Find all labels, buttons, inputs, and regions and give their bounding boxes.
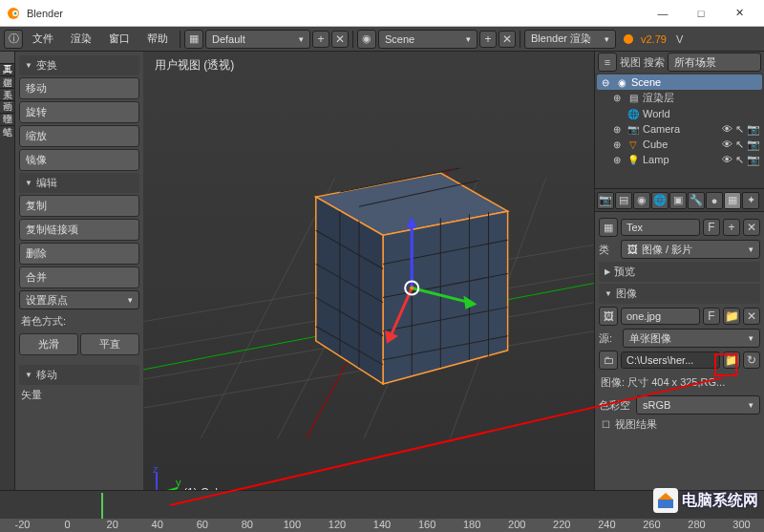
tool-tab-relations[interactable]: 关系: [0, 76, 14, 89]
plus-icon: ⊕: [610, 92, 624, 105]
3d-view[interactable]: 用户视图 (透视): [143, 52, 594, 507]
render-icon[interactable]: 📷: [747, 138, 760, 151]
reload-button[interactable]: ↻: [743, 351, 760, 369]
tree-lamp[interactable]: ⊕ 💡 Lamp 👁↖📷: [597, 152, 762, 167]
outliner-search[interactable]: 搜索: [644, 55, 665, 70]
copy-button[interactable]: 复制: [19, 195, 139, 217]
mirror-button[interactable]: 镜像: [19, 149, 139, 171]
cursor-icon[interactable]: ↖: [735, 123, 744, 136]
scene-dropdown[interactable]: Scene▾: [378, 30, 478, 49]
prop-tab-render[interactable]: 📷: [597, 192, 614, 209]
timeline[interactable]: -200204060801001201401601802002202402602…: [0, 490, 764, 532]
source-dropdown[interactable]: 单张图像▾: [623, 329, 760, 348]
outliner-view[interactable]: 视图: [620, 55, 641, 70]
scale-button[interactable]: 缩放: [19, 125, 139, 147]
scene-add-button[interactable]: +: [479, 31, 497, 48]
texture-remove-button[interactable]: ✕: [743, 219, 760, 236]
tree-camera[interactable]: ⊕ 📷 Camera 👁↖📷: [597, 121, 762, 137]
tool-tab-physics[interactable]: 物理: [0, 101, 14, 114]
tool-tab-create[interactable]: 创建: [0, 64, 14, 76]
colorspace-dropdown[interactable]: sRGB▾: [636, 395, 760, 415]
smooth-button[interactable]: 光滑: [19, 333, 78, 355]
tool-tab-grease[interactable]: 蜡笔: [0, 114, 14, 126]
vector-label: 矢量: [19, 385, 139, 405]
eye-icon[interactable]: 👁: [722, 123, 732, 136]
tree-cube[interactable]: ⊕ ▽ Cube 👁↖📷: [597, 137, 762, 152]
minimize-button[interactable]: —: [644, 0, 682, 27]
layout-remove-button[interactable]: ✕: [331, 31, 349, 48]
maximize-button[interactable]: □: [682, 0, 720, 27]
tree-scene[interactable]: ⊖ ◉ Scene: [597, 74, 762, 90]
cursor-icon[interactable]: ↖: [735, 154, 744, 166]
move-button[interactable]: 移动: [19, 77, 139, 99]
prop-tab-layers[interactable]: ▤: [615, 192, 632, 209]
scene-remove-button[interactable]: ✕: [499, 31, 516, 48]
unlink-image-button[interactable]: ✕: [743, 308, 760, 325]
section-move[interactable]: ▼移动: [19, 365, 139, 385]
outliner-filter-dropdown[interactable]: 所有场景: [668, 53, 761, 72]
section-edit[interactable]: ▼编辑: [19, 173, 139, 193]
fake-user-button[interactable]: F: [703, 219, 720, 236]
delete-button[interactable]: 删除: [19, 243, 139, 265]
tool-tab-animation[interactable]: 动画: [0, 89, 14, 101]
texture-add-button[interactable]: +: [723, 219, 740, 236]
set-origin-dropdown[interactable]: 设置原点▾: [19, 290, 139, 309]
filepath-field[interactable]: C:\Users\her...: [621, 351, 720, 369]
viewport-scene: [143, 52, 594, 507]
prop-tab-scene[interactable]: ◉: [633, 192, 650, 209]
prop-tab-world[interactable]: 🌐: [651, 192, 668, 209]
layout-dropdown[interactable]: Default▾: [205, 30, 310, 49]
close-button[interactable]: ✕: [720, 0, 758, 27]
image-name-field[interactable]: one.jpg: [621, 308, 700, 325]
cursor-icon[interactable]: ↖: [735, 138, 744, 151]
texture-name-field[interactable]: Tex: [621, 219, 700, 236]
annotation-highlight: [714, 353, 737, 376]
tree-renderlayers[interactable]: ⊕ ▤ 渲染层: [597, 90, 762, 106]
outliner-editor-icon[interactable]: ≡: [598, 53, 617, 72]
render-icon[interactable]: 📷: [747, 154, 760, 166]
shading-label: 着色方式:: [19, 311, 139, 331]
texture-slot-icon[interactable]: ▦: [599, 218, 618, 237]
prop-tab-particle[interactable]: ✦: [742, 192, 759, 209]
prop-tab-object[interactable]: ▣: [669, 192, 687, 209]
outliner: ≡ 视图 搜索 所有场景 ⊖ ◉ Scene ⊕ ▤ 渲染层 🌐: [595, 52, 764, 189]
merge-button[interactable]: 合并: [19, 266, 139, 288]
prop-tab-modifier[interactable]: 🔧: [688, 192, 705, 209]
layout-add-button[interactable]: +: [312, 31, 329, 48]
menu-render[interactable]: 渲染: [63, 29, 99, 49]
texture-type-dropdown[interactable]: 🖼 图像 / 影片▾: [621, 240, 760, 259]
menu-file[interactable]: 文件: [25, 29, 61, 49]
playhead[interactable]: [101, 493, 103, 519]
layout-icon[interactable]: ▦: [184, 30, 203, 49]
scene-icon: ◉: [615, 75, 628, 89]
lamp-icon: 💡: [626, 153, 640, 166]
menu-window[interactable]: 窗口: [101, 29, 138, 49]
scene-icon[interactable]: ◉: [357, 30, 376, 49]
prop-tab-material[interactable]: ●: [706, 192, 723, 209]
flat-button[interactable]: 平直: [80, 333, 139, 355]
section-image[interactable]: ▼图像: [599, 284, 760, 304]
section-transform[interactable]: ▼变换: [19, 55, 139, 75]
version-label: v2.79: [637, 33, 670, 45]
tree-world[interactable]: 🌐 World: [597, 106, 762, 121]
copy-link-button[interactable]: 复制链接项: [19, 219, 139, 241]
tool-tabs: 工具 创建 关系 动画 物理 蜡笔: [0, 52, 15, 532]
scene-label: Scene: [385, 33, 414, 45]
rotate-button[interactable]: 旋转: [19, 101, 139, 123]
properties-panel: 📷 ▤ ◉ 🌐 ▣ 🔧 ● ▦ ✦ ▦ Tex F + ✕ 类: [595, 189, 764, 532]
info-icon[interactable]: ⓘ: [4, 30, 23, 49]
engine-dropdown[interactable]: Blender 渲染▾: [524, 30, 616, 49]
plus-icon: ⊕: [610, 122, 624, 136]
render-icon[interactable]: 📷: [747, 123, 760, 136]
filepath-icon[interactable]: 🗀: [599, 351, 618, 370]
tool-tab-tools[interactable]: 工具: [0, 52, 14, 64]
prop-tab-texture[interactable]: ▦: [724, 192, 741, 209]
plus-icon: ⊕: [610, 138, 624, 151]
menu-help[interactable]: 帮助: [139, 29, 176, 49]
eye-icon[interactable]: 👁: [722, 154, 732, 166]
image-fake-user-button[interactable]: F: [703, 308, 720, 325]
eye-icon[interactable]: 👁: [722, 138, 732, 151]
image-datablock-icon[interactable]: 🖼: [599, 307, 618, 326]
open-image-button[interactable]: 📁: [723, 308, 740, 325]
section-preview[interactable]: ▶预览: [599, 262, 760, 282]
